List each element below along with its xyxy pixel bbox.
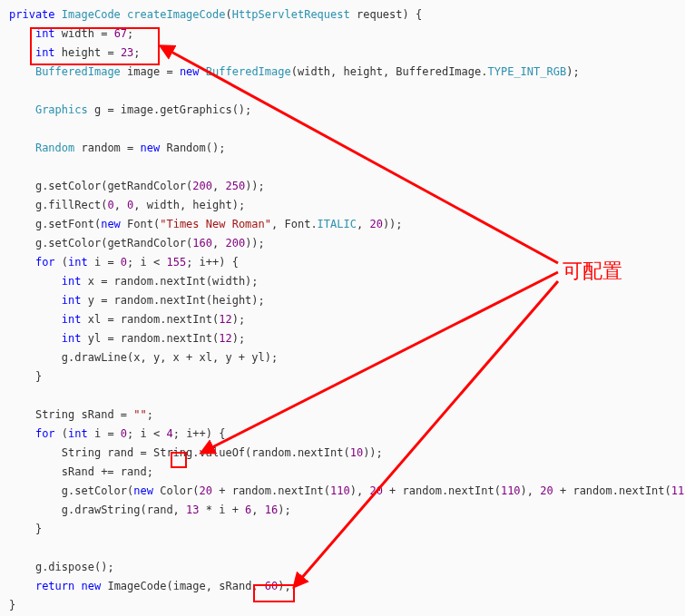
kw-new: new	[141, 142, 161, 154]
var-image: image	[127, 65, 160, 78]
kw-int: int	[35, 27, 55, 40]
var-width: width	[62, 27, 94, 40]
type-graphics: Graphics	[35, 103, 88, 116]
val-height: 23	[121, 46, 133, 59]
type-request: HttpServletRequest	[232, 8, 350, 21]
val-width: 67	[114, 27, 127, 40]
type-imagecode: ImageCode	[62, 8, 121, 21]
const-type-int-rgb: TYPE_INT_RGB	[487, 65, 566, 78]
code-block: private ImageCode createImageCode(HttpSe…	[0, 0, 685, 616]
kw-for: for	[35, 427, 55, 440]
code-screenshot: { "code": { "line1_private": "private", …	[0, 0, 685, 616]
var-height: height	[62, 46, 101, 59]
kw-int: int	[35, 46, 55, 59]
arg-name: request	[357, 8, 403, 21]
string-empty: ""	[133, 408, 146, 421]
kw-return: return	[35, 580, 74, 592]
kw-for: for	[35, 256, 55, 269]
kw-new: new	[180, 65, 200, 78]
expire-seconds: 60	[265, 580, 278, 592]
type-bufferedimage: BufferedImage	[35, 65, 121, 78]
kw-new: new	[82, 580, 102, 592]
kw-new: new	[133, 484, 153, 497]
type-random: Random	[35, 142, 74, 154]
string-font: "Times New Roman"	[160, 218, 271, 230]
kw-new: new	[101, 218, 121, 230]
method-name: createImageCode	[127, 8, 225, 21]
loop-limit-4: 4	[166, 427, 172, 440]
kw-private: private	[9, 8, 55, 21]
